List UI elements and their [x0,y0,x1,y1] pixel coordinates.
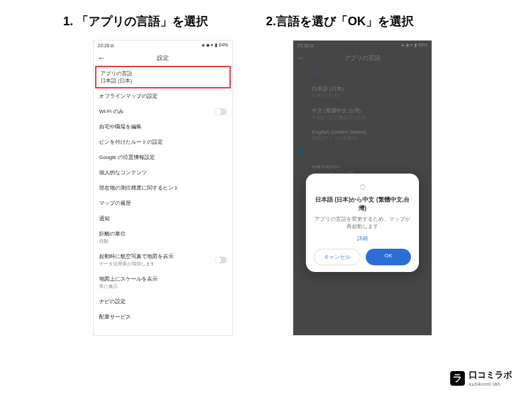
sparkle-icon: ✦ [299,70,304,77]
caption-step-2: 2.言語を選び「OK」を選択 [266,13,414,29]
cancel-button[interactable]: キャンセル [314,249,360,265]
status-bar: 22:20 ◘ ◈ ◆ ▾ ▮ 84% [293,41,432,50]
settings-item[interactable]: アプリの言語日本語 (日本) [95,66,231,88]
dialog-body: アプリの言語を変更するため、マップが再起動します [314,216,411,230]
toggle-switch[interactable] [215,108,227,115]
language-change-dialog: ◌ 日本語 (日本)から中文 (繁體中文,台灣) アプリの言語を変更するため、マ… [306,174,419,272]
settings-item[interactable]: Google の位置情報設定 [94,150,232,165]
logo-text-en: kutikomi lab [469,381,512,387]
brand-logo: ラ 口コミラボ kutikomi lab [450,369,512,387]
dialog-title: 日本語 (日本)から中文 (繁體中文,台灣) [314,196,411,212]
dialog-detail-link[interactable]: 詳細 [314,235,411,242]
status-time: 22:20 ◘ [98,43,114,48]
language-option[interactable]: ✓日本語 (日本)日本語 (日本) [293,81,432,103]
settings-item[interactable]: 通知 [94,211,232,226]
page-title: 設定 [111,54,215,63]
page-title: アプリの言語 [311,54,414,63]
status-bar: 22:20 ◘ ◈ ◆ ▾ ▮ 84% [94,41,232,50]
caption-step-1: 1. 「アプリの言語」を選択 [63,13,208,29]
section-all: 🌐 [293,146,432,160]
settings-item[interactable]: 個人的なコンテンツ [94,165,232,180]
globe-icon: 🌐 [299,150,305,156]
logo-text-jp: 口コミラボ [469,369,512,381]
toggle-switch[interactable] [215,257,227,263]
back-icon[interactable]: ← [297,53,305,63]
section-suggested: ✦ 候補 [293,66,432,81]
settings-item[interactable]: 配車サービス [94,309,232,325]
language-option[interactable]: 中文 (繁體中文,台灣)中国語 (漢字[繁体字],台湾) [293,103,432,125]
settings-item[interactable]: ナビの設定 [94,294,232,309]
settings-item[interactable]: 自宅や職場を編集 [94,119,232,134]
phone-settings: 22:20 ◘ ◈ ◆ ▾ ▮ 84% ← 設定 アプリの言語日本語 (日本)オ… [93,40,233,336]
logo-mark: ラ [450,371,465,386]
appbar: ← アプリの言語 [293,50,432,66]
settings-item[interactable]: Wi-Fi のみ [94,104,232,119]
back-icon[interactable]: ← [98,53,106,63]
settings-item[interactable]: ピンを付けたルートの設定 [94,134,232,150]
settings-item[interactable]: 地図上にスケールを表示常に表示 [94,271,232,294]
settings-item[interactable]: マップの履歴 [94,196,232,211]
ok-button[interactable]: OK [366,249,411,265]
settings-item[interactable]: オフラインマップの設定 [94,88,232,104]
status-right: ◈ ◆ ▾ ▮ 84% [401,43,428,48]
spinner-icon: ◌ [314,183,411,190]
status-right: ◈ ◆ ▾ ▮ 84% [201,43,228,48]
settings-item[interactable]: 現在地の測位精度に関するヒント [94,180,232,196]
appbar: ← 設定 [94,50,232,66]
language-option[interactable]: English (United States)英語 (アメリカ合衆国) [293,125,432,146]
settings-item[interactable]: 距離の単位自動 [94,226,232,249]
phone-language: 22:20 ◘ ◈ ◆ ▾ ▮ 84% ← アプリの言語 ✦ 候補 ✓日本語 (… [293,40,432,336]
status-time: 22:20 ◘ [297,43,313,48]
settings-item[interactable]: 起動時に航空写真で地図を表示データ使用量が増加します [94,249,232,271]
check-icon: ✓ [299,86,304,92]
